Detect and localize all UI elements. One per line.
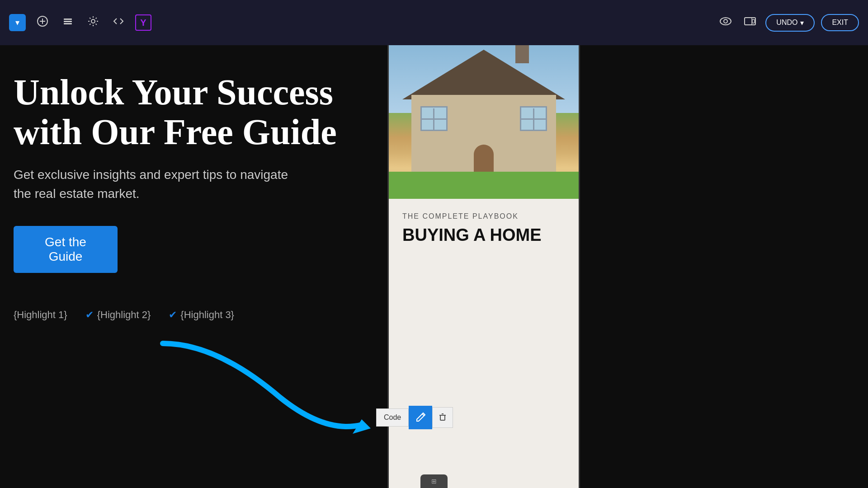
highlight-1-label: {Highlight 1} xyxy=(14,309,67,321)
grass-bg xyxy=(389,172,579,199)
settings-button[interactable] xyxy=(85,13,102,33)
code-floating-button[interactable]: Code xyxy=(376,408,409,427)
get-guide-button[interactable]: Get the Guide xyxy=(14,226,118,273)
svg-rect-5 xyxy=(64,23,72,24)
edit-floating-button[interactable] xyxy=(409,406,432,429)
preview-button[interactable] xyxy=(717,12,735,33)
hero-left-panel: Unlock Your Success with Our Free Guide … xyxy=(0,45,389,488)
svg-marker-12 xyxy=(353,419,371,434)
check-icon-2: ✔ xyxy=(85,309,94,321)
highlight-3-label: {Highlight 3} xyxy=(180,309,234,321)
gear-icon xyxy=(87,15,99,30)
bottom-handle[interactable]: ⊞ xyxy=(420,474,448,488)
toolbar-left: ▾ xyxy=(9,13,708,33)
floating-edit-toolbar: Code xyxy=(376,406,453,429)
svg-point-8 xyxy=(724,19,727,23)
handle-icon: ⊞ xyxy=(431,478,437,485)
add-icon xyxy=(37,15,48,30)
layers-button[interactable] xyxy=(59,13,76,33)
house-image xyxy=(389,45,579,199)
trash-floating-button[interactable] xyxy=(432,407,453,428)
svg-rect-3 xyxy=(64,19,72,20)
book-title: BUYING A HOME xyxy=(402,226,565,245)
dropdown-icon: ▾ xyxy=(15,18,19,28)
highlight-3-item: ✔ {Highlight 3} xyxy=(169,309,234,321)
headline-line1: Unlock Your Success xyxy=(14,72,333,112)
undo-button[interactable]: UNDO ▾ xyxy=(765,14,815,32)
responsive-button[interactable] xyxy=(741,12,759,33)
svg-point-7 xyxy=(720,18,731,25)
svg-rect-11 xyxy=(752,19,755,23)
code-button[interactable] xyxy=(110,13,127,33)
eye-icon xyxy=(719,15,732,30)
svg-rect-9 xyxy=(745,18,755,25)
svg-rect-13 xyxy=(440,415,445,420)
book-text-area: THE COMPLETE PLAYBOOK BUYING A HOME xyxy=(389,199,579,488)
undo-chevron-icon: ▾ xyxy=(800,19,804,27)
cta-label: Get the Guide xyxy=(45,235,86,263)
check-icon-3: ✔ xyxy=(169,309,177,321)
headline: Unlock Your Success with Our Free Guide xyxy=(14,72,389,152)
toolbar-right: UNDO ▾ EXIT xyxy=(717,12,859,33)
layers-icon xyxy=(62,15,74,30)
undo-label: UNDO xyxy=(776,19,797,27)
yoast-label: Y xyxy=(140,18,146,28)
yoast-button[interactable]: Y xyxy=(135,14,151,31)
exit-label: EXIT xyxy=(832,19,848,26)
curved-arrow xyxy=(127,334,389,452)
code-icon xyxy=(113,15,124,30)
responsive-icon xyxy=(744,15,756,30)
highlight-1-item: {Highlight 1} xyxy=(14,309,67,321)
code-floating-label: Code xyxy=(384,413,401,421)
svg-point-6 xyxy=(91,19,95,23)
edit-pencil-icon xyxy=(415,412,425,424)
dropdown-button[interactable]: ▾ xyxy=(9,14,26,31)
highlights-row: {Highlight 1} ✔ {Highlight 2} ✔ {Highlig… xyxy=(14,309,389,321)
toolbar: ▾ xyxy=(0,0,868,45)
book-subtitle: THE COMPLETE PLAYBOOK xyxy=(402,212,565,221)
add-button[interactable] xyxy=(34,13,51,33)
trash-icon xyxy=(438,415,447,422)
exit-button[interactable]: EXIT xyxy=(821,14,859,31)
subheadline: Get exclusive insights and expert tips t… xyxy=(14,165,307,203)
headline-line2: with Our Free Guide xyxy=(14,112,337,152)
highlight-2-label: {Highlight 2} xyxy=(97,309,151,321)
far-right-panel xyxy=(580,45,868,488)
highlight-2-item: ✔ {Highlight 2} xyxy=(85,309,151,321)
svg-rect-4 xyxy=(64,21,72,22)
